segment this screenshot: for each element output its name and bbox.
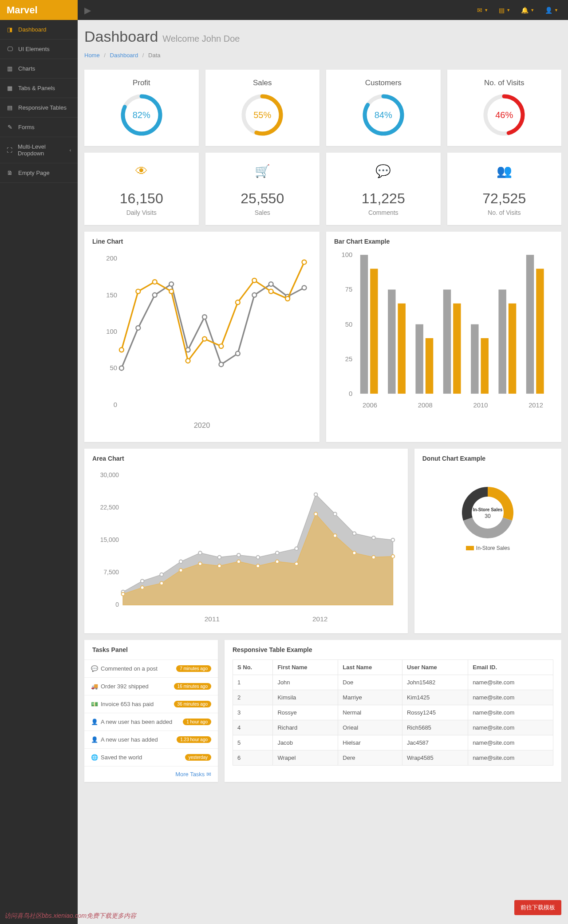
svg-point-27 [153, 280, 157, 284]
svg-point-16 [169, 282, 174, 286]
svg-text:2010: 2010 [473, 402, 488, 409]
bar-chart-title: Bar Chart Example [326, 232, 561, 251]
svg-point-81 [121, 592, 125, 596]
sidebar-item-charts[interactable]: ▥ Charts [0, 59, 78, 79]
globe-icon: 🌐 [91, 754, 97, 761]
sidebar-item-empty-page[interactable]: 🗎 Empty Page [0, 163, 78, 183]
svg-point-31 [219, 344, 223, 348]
stat-card-comments: 💬 11,225 Comments [326, 153, 441, 225]
stat-label: Sales [214, 209, 311, 216]
table-header: User Name [402, 659, 468, 675]
table-cell: Wrap4585 [402, 750, 468, 765]
svg-rect-51 [471, 324, 478, 394]
alerts-menu[interactable]: 🔔▼ [516, 7, 540, 14]
svg-point-85 [198, 562, 202, 565]
task-item[interactable]: 💬 Commented on a post 7 minutes ago [84, 659, 218, 677]
svg-text:30: 30 [485, 513, 491, 519]
table-cell: Marriye [338, 690, 402, 705]
task-text: Order 392 shipped [101, 683, 170, 690]
tasks-title: Tasks Panel [84, 640, 218, 659]
svg-text:2012: 2012 [312, 615, 327, 622]
sidebar-item-label: Empty Page [18, 170, 50, 176]
svg-point-94 [372, 555, 375, 559]
svg-rect-43 [360, 255, 368, 394]
table-cell: 4 [233, 720, 273, 735]
table-cell: Wrapel [273, 750, 338, 765]
svg-point-36 [302, 260, 307, 265]
svg-point-78 [353, 532, 356, 535]
sidebar-item-dashboard[interactable]: ◨ Dashboard [0, 20, 78, 39]
table-cell: Nermal [338, 705, 402, 720]
sidebar-item-forms[interactable]: ✎ Forms [0, 118, 78, 137]
circle-card-sales: Sales 55% [205, 70, 320, 146]
sidebar-item-responsive-tables[interactable]: ▤ Responsive Tables [0, 98, 78, 118]
tasks-menu[interactable]: ▤▼ [493, 7, 516, 14]
svg-point-93 [353, 551, 356, 555]
table-cell: 6 [233, 750, 273, 765]
stat-value: 16,150 [93, 190, 190, 207]
circle-title: Profit [93, 79, 190, 87]
sidebar-toggle[interactable]: ▶ [78, 5, 98, 16]
svg-text:0: 0 [115, 601, 119, 608]
sidebar-item-tabs-panels[interactable]: ▦ Tabs & Panels [0, 79, 78, 98]
stat-card-daily-visits: 👁 16,150 Daily Visits [84, 153, 199, 225]
table-row: 4RichardOriealRich5685name@site.com [233, 720, 553, 735]
bar-icon: ▥ [7, 65, 13, 72]
sidebar-item-multi-level-dropdown[interactable]: ⛶ Multi-Level Dropdown ‹ [0, 137, 78, 163]
table-cell: Dere [338, 750, 402, 765]
svg-point-25 [119, 347, 124, 352]
brand[interactable]: Marvel [0, 0, 78, 20]
svg-rect-46 [398, 304, 405, 394]
table-cell: Rossye [273, 705, 338, 720]
svg-point-29 [186, 359, 190, 363]
table-cell: Richard [273, 720, 338, 735]
svg-point-86 [218, 564, 221, 568]
page-title: Dashboard [84, 28, 158, 45]
download-button[interactable]: 前往下载模板 [514, 900, 561, 915]
svg-text:22,500: 22,500 [100, 504, 119, 511]
more-tasks-link[interactable]: More Tasks ✉ [84, 766, 218, 782]
table-cell: Rich5685 [402, 720, 468, 735]
table-row: 1JohnDoeJohn15482name@site.com [233, 675, 553, 690]
table-icon: ▤ [7, 104, 13, 111]
user-icon: 👤 [91, 719, 97, 725]
task-item[interactable]: 👤 A new user has been added 1 hour ago [84, 713, 218, 731]
task-item[interactable]: 👤 A new user has added 1.23 hour ago [84, 731, 218, 748]
crumb-dash[interactable]: Dashboard [110, 52, 138, 59]
svg-text:30,000: 30,000 [100, 471, 119, 478]
area-chart-title: Area Chart [84, 449, 408, 468]
svg-point-68 [160, 573, 163, 576]
user-menu[interactable]: 👤▼ [540, 7, 564, 14]
svg-rect-47 [415, 324, 423, 394]
table-title: Responsive Table Example [225, 640, 561, 659]
sidebar-item-ui-elements[interactable]: 🖵 UI Elements [0, 39, 78, 59]
table-cell: name@site.com [468, 690, 553, 705]
donut-chart: In-Store Sales30 [457, 482, 519, 544]
svg-point-21 [252, 293, 256, 297]
svg-point-24 [302, 285, 307, 290]
svg-point-90 [295, 562, 298, 565]
crumb-home[interactable]: Home [84, 52, 100, 59]
stat-card-no-of-visits: 👥 72,525 No. of Visits [447, 153, 562, 225]
sidebar-item-label: Forms [18, 124, 35, 130]
table-cell: 3 [233, 705, 273, 720]
money-icon: 💵 [91, 701, 97, 707]
breadcrumb: Home / Dashboard / Data [84, 47, 561, 70]
circle-percent: 55% [240, 93, 284, 137]
svg-text:2008: 2008 [418, 402, 433, 409]
table-cell: 2 [233, 690, 273, 705]
table-cell: 1 [233, 675, 273, 690]
donut-chart-title: Donut Chart Example [414, 449, 561, 468]
task-item[interactable]: 💵 Invoice 653 has paid 36 minutes ago [84, 695, 218, 713]
svg-point-77 [333, 512, 337, 516]
svg-point-33 [252, 278, 256, 283]
svg-point-14 [136, 326, 140, 330]
svg-text:75: 75 [345, 286, 352, 293]
mail-menu[interactable]: ✉▼ [472, 7, 493, 14]
task-item[interactable]: 🚚 Order 392 shipped 16 minutes ago [84, 677, 218, 695]
task-text: Invoice 653 has paid [101, 701, 170, 707]
svg-text:100: 100 [106, 328, 117, 335]
svg-text:150: 150 [106, 292, 117, 299]
task-item[interactable]: 🌐 Saved the world yesterday [84, 748, 218, 766]
stat-card-sales: 🛒 25,550 Sales [205, 153, 320, 225]
